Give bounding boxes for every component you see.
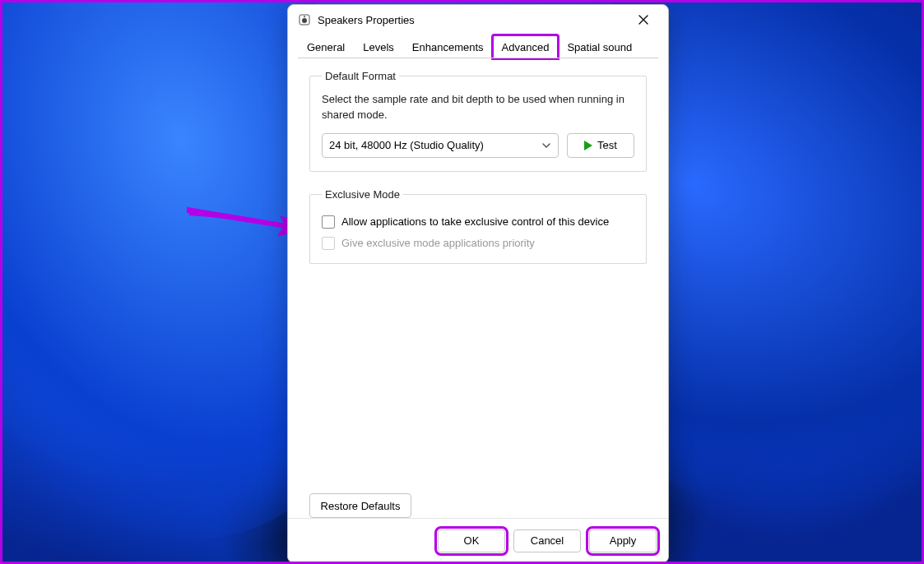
svg-point-1 [302,18,307,23]
priority-exclusive-label: Give exclusive mode applications priorit… [341,237,535,249]
cancel-button-label: Cancel [531,534,564,547]
close-button[interactable] [625,7,662,32]
close-icon [638,15,648,25]
tab-general[interactable]: General [298,35,354,58]
tab-panel: Default Format Select the sample rate an… [298,58,658,518]
tab-strip: General Levels Enhancements Advanced Spa… [288,35,668,58]
chevron-down-icon [541,141,551,150]
test-button[interactable]: Test [567,133,634,158]
sample-rate-value: 24 bit, 48000 Hz (Studio Quality) [329,139,484,151]
dialog-button-bar: OK Cancel Apply [288,518,668,562]
allow-exclusive-label: Allow applications to take exclusive con… [341,215,609,228]
apply-button[interactable]: Apply [589,529,657,552]
test-button-label: Test [597,139,617,151]
svg-point-2 [304,16,305,17]
restore-defaults-button[interactable]: Restore Defaults [309,493,411,518]
default-format-group: Default Format Select the sample rate an… [309,70,647,172]
ok-button-label: OK [464,534,480,547]
priority-exclusive-checkbox [322,237,335,250]
titlebar: Speakers Properties [288,5,668,35]
ok-button[interactable]: OK [438,529,505,552]
default-format-legend: Default Format [322,70,399,82]
window-title: Speakers Properties [318,14,415,26]
tab-enhancements[interactable]: Enhancements [403,35,493,58]
restore-defaults-label: Restore Defaults [321,500,401,512]
play-icon [584,141,592,150]
speakers-properties-dialog: Speakers Properties General Levels Enhan… [287,4,669,563]
apply-button-label: Apply [610,534,637,547]
tab-spatial-sound[interactable]: Spatial sound [558,35,641,58]
sample-rate-select[interactable]: 24 bit, 48000 Hz (Studio Quality) [322,133,559,158]
default-format-help: Select the sample rate and bit depth to … [322,92,634,123]
speaker-icon [298,13,311,26]
tab-advanced[interactable]: Advanced [493,35,559,58]
allow-exclusive-checkbox[interactable] [322,215,335,229]
exclusive-mode-legend: Exclusive Mode [322,188,403,201]
tab-levels[interactable]: Levels [354,35,403,58]
cancel-button[interactable]: Cancel [513,529,581,552]
exclusive-mode-group: Exclusive Mode Allow applications to tak… [309,188,647,264]
